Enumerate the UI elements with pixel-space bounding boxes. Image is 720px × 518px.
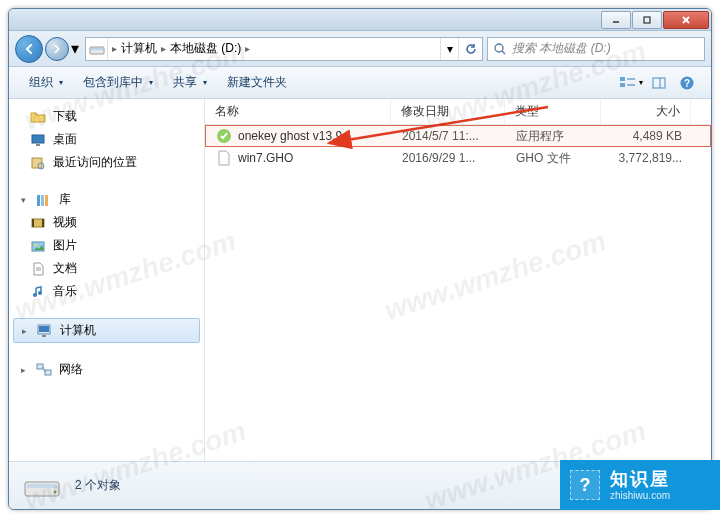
svg-rect-33: [39, 326, 49, 332]
tree-recent[interactable]: 最近访问的位置: [9, 151, 204, 174]
svg-rect-17: [36, 144, 40, 146]
brand-subtitle: zhishiwu.com: [610, 490, 670, 502]
search-icon: [488, 42, 512, 56]
address-dropdown[interactable]: ▾: [440, 38, 458, 60]
tree-desktop[interactable]: 桌面: [9, 128, 204, 151]
forward-button[interactable]: [45, 37, 69, 61]
svg-rect-34: [42, 335, 46, 337]
close-button[interactable]: [663, 11, 709, 29]
svg-point-6: [495, 44, 503, 52]
folder-icon: [29, 109, 47, 125]
chevron-down-icon: ▾: [149, 78, 153, 87]
file-name: win7.GHO: [238, 151, 293, 165]
expand-icon[interactable]: ▸: [18, 326, 30, 336]
include-label: 包含到库中: [83, 74, 143, 91]
svg-rect-22: [45, 195, 48, 206]
tree-network[interactable]: ▸ 网络: [9, 358, 204, 381]
tree-label: 音乐: [53, 283, 77, 300]
status-count: 2 个对象: [75, 477, 121, 494]
svg-rect-24: [32, 219, 34, 227]
tree-label: 图片: [53, 237, 77, 254]
drive-icon: [21, 470, 63, 502]
column-name[interactable]: 名称: [205, 99, 391, 124]
preview-pane-button[interactable]: [645, 71, 673, 95]
svg-rect-36: [45, 370, 51, 375]
svg-rect-35: [37, 364, 43, 369]
music-icon: [29, 284, 47, 300]
column-size[interactable]: 大小: [601, 99, 691, 124]
app-icon: [216, 128, 232, 144]
file-icon: [216, 150, 232, 166]
svg-rect-12: [653, 78, 665, 88]
breadcrumb-sep-icon: ▸: [161, 43, 166, 54]
svg-rect-41: [27, 484, 57, 488]
svg-rect-16: [32, 135, 44, 143]
file-name: onekey ghost v13.9: [238, 129, 342, 143]
tree-music[interactable]: 音乐: [9, 280, 204, 303]
refresh-button[interactable]: [458, 38, 482, 60]
brand-badge: ? 知识屋 zhishiwu.com: [560, 460, 720, 510]
svg-text:?: ?: [684, 78, 690, 89]
video-icon: [29, 215, 47, 231]
maximize-button[interactable]: [632, 11, 662, 29]
organize-menu[interactable]: 组织 ▾: [19, 70, 73, 95]
file-date: 2016/9/29 1...: [392, 149, 506, 167]
file-type: 应用程序: [506, 126, 602, 147]
column-type[interactable]: 类型: [505, 99, 601, 124]
share-label: 共享: [173, 74, 197, 91]
view-options-button[interactable]: ▾: [617, 71, 645, 95]
tree-videos[interactable]: 视频: [9, 211, 204, 234]
file-row[interactable]: onekey ghost v13.9 2014/5/7 11:... 应用程序 …: [205, 125, 711, 147]
chevron-down-icon: ▾: [639, 78, 643, 87]
recent-icon: [29, 155, 47, 171]
organize-label: 组织: [29, 74, 53, 91]
file-type: GHO 文件: [506, 148, 602, 169]
column-headers: 名称 修改日期 类型 大小: [205, 99, 711, 125]
history-dropdown[interactable]: ▾: [69, 35, 81, 63]
tree-pictures[interactable]: 图片: [9, 234, 204, 257]
svg-rect-1: [644, 17, 650, 23]
tree-label: 最近访问的位置: [53, 154, 137, 171]
main-area: 下载 桌面 最近访问的位置 ▾ 库 视频 图片: [9, 99, 711, 461]
breadcrumb-sep-icon: ▸: [112, 43, 117, 54]
help-button[interactable]: ?: [673, 71, 701, 95]
tree-downloads[interactable]: 下载: [9, 105, 204, 128]
file-rows[interactable]: onekey ghost v13.9 2014/5/7 11:... 应用程序 …: [205, 125, 711, 461]
include-library-menu[interactable]: 包含到库中 ▾: [73, 70, 163, 95]
tree-label: 下载: [53, 108, 77, 125]
address-bar[interactable]: ▸ 计算机 ▸ 本地磁盘 (D:) ▸ ▾: [85, 37, 483, 61]
column-date[interactable]: 修改日期: [391, 99, 505, 124]
file-size: 4,489 KB: [602, 127, 692, 145]
search-box[interactable]: 搜索 本地磁盘 (D:): [487, 37, 705, 61]
expand-icon[interactable]: ▸: [17, 365, 29, 375]
svg-rect-25: [42, 219, 44, 227]
breadcrumb-computer[interactable]: 计算机: [121, 40, 157, 57]
computer-icon: [36, 323, 54, 339]
collapse-icon[interactable]: ▾: [17, 195, 29, 205]
share-menu[interactable]: 共享 ▾: [163, 70, 217, 95]
tree-label: 网络: [59, 361, 83, 378]
svg-rect-21: [41, 195, 44, 206]
drive-icon: [86, 38, 108, 60]
tree-label: 库: [59, 191, 71, 208]
breadcrumb-drive[interactable]: 本地磁盘 (D:): [170, 40, 241, 57]
file-row[interactable]: win7.GHO 2016/9/29 1... GHO 文件 3,772,819…: [205, 147, 711, 169]
back-button[interactable]: [15, 35, 43, 63]
new-folder-button[interactable]: 新建文件夹: [217, 70, 297, 95]
svg-rect-9: [620, 83, 625, 87]
file-size: 3,772,819...: [602, 149, 692, 167]
tree-computer[interactable]: ▸ 计算机: [13, 318, 200, 343]
tree-libraries[interactable]: ▾ 库: [9, 188, 204, 211]
breadcrumb-sep-icon: ▸: [245, 43, 250, 54]
tree-label: 视频: [53, 214, 77, 231]
tree-documents[interactable]: 文档: [9, 257, 204, 280]
svg-point-30: [33, 293, 37, 297]
tree-label: 文档: [53, 260, 77, 277]
minimize-button[interactable]: [601, 11, 631, 29]
navigation-tree[interactable]: 下载 桌面 最近访问的位置 ▾ 库 视频 图片: [9, 99, 205, 461]
svg-point-31: [38, 291, 42, 295]
chevron-down-icon: ▾: [59, 78, 63, 87]
navigation-bar: ▾ ▸ 计算机 ▸ 本地磁盘 (D:) ▸ ▾ 搜索 本地磁盘 (D:): [9, 31, 711, 67]
brand-title: 知识屋: [610, 469, 670, 490]
tree-label: 计算机: [60, 322, 96, 339]
